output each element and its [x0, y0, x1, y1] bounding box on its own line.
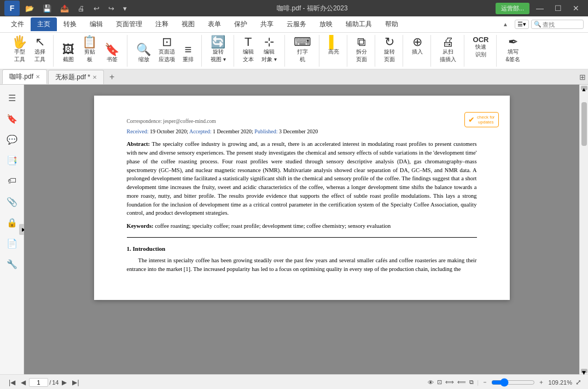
keywords-label: Keywords: — [127, 223, 154, 229]
intro-paragraph: The interest in specialty coffee has bee… — [127, 256, 477, 274]
tab-convert[interactable]: 转换 — [57, 17, 83, 31]
window-title: 咖啡.pdf - 福昕办公2023 — [277, 4, 347, 13]
reflow-button[interactable]: ≡ 重排 — [179, 43, 197, 64]
split-page-button[interactable]: ⧉ 拆分页面 — [353, 35, 370, 64]
sidebar-icon-attach[interactable]: 📎 — [3, 193, 21, 210]
sidebar-icon-layers[interactable]: 📑 — [3, 151, 21, 169]
from-scan-button[interactable]: 🖨 从扫描插入 — [436, 35, 459, 64]
highlight-button[interactable]: ▌ 高亮 — [325, 35, 342, 57]
undo-icon[interactable]: ↩ — [91, 3, 102, 14]
dropdown-icon[interactable]: ▾ — [121, 3, 129, 14]
sidebar-icon-tag[interactable]: 🏷 — [3, 172, 21, 190]
tab-cloud[interactable]: 云服务 — [280, 17, 313, 31]
tab-annotate[interactable]: 注释 — [149, 17, 175, 31]
doc-tab-untitled[interactable]: 无标题.pdf * ✕ — [48, 70, 104, 84]
fit-page-status-icon[interactable]: ⊡ — [437, 379, 442, 386]
search-input[interactable] — [543, 21, 581, 28]
screenshot-button[interactable]: 🖼 截图 — [59, 43, 78, 64]
doc-tab-coffee[interactable]: 咖啡.pdf ✕ — [2, 69, 47, 84]
fullscreen-button[interactable]: ⤢ — [575, 378, 581, 386]
split-page-icon: ⧉ — [357, 36, 366, 48]
fit-page-button[interactable]: ⊡ 页面适应选项 — [155, 35, 178, 64]
tab-view[interactable]: 视图 — [175, 17, 201, 31]
pin-button[interactable]: ⊞ — [579, 73, 586, 81]
left-sidebar: ☰ 🔖 💬 📑 🏷 📎 🔒 📄 🔧 ▶ — [0, 85, 24, 374]
ribbon-group-rotate-page: ↻ 旋转页面 — [376, 35, 403, 67]
insert-button[interactable]: ⊕ 插入 — [409, 35, 426, 57]
ribbon-group-typewriter: ⌨ 打字机 — [286, 35, 319, 67]
typewriter-button[interactable]: ⌨ 打字机 — [290, 35, 315, 64]
tab-share[interactable]: 共享 — [254, 17, 280, 31]
minimize-button[interactable]: ― — [532, 2, 548, 15]
account-button[interactable]: 运营部... — [496, 3, 529, 14]
print-icon[interactable]: 🖨 — [75, 3, 87, 14]
view-mode-icon[interactable]: 👁 — [428, 379, 434, 386]
sidebar-icon-hand[interactable]: ☰ — [3, 89, 21, 107]
last-page-button[interactable]: ▶| — [70, 378, 81, 387]
reflow-icon: ≡ — [185, 44, 192, 56]
save-icon[interactable]: 💾 — [40, 3, 54, 14]
rotate-view-button[interactable]: 🔄 旋转视图 ▾ — [207, 35, 229, 64]
zoom-button[interactable]: 🔍 缩放 — [133, 43, 154, 64]
edit-object-button[interactable]: ⊹ 编辑对象 ▾ — [258, 35, 280, 64]
zoom-slider[interactable] — [491, 378, 535, 387]
pdf-area[interactable]: ✔ check forupdates Correspondence: jespe… — [24, 85, 579, 374]
ribbon-items-tools: 🖐 手型工具 ↖ 选择工具 — [9, 35, 49, 64]
ribbon-group-rotate: 🔄 旋转视图 ▾ — [203, 35, 234, 67]
typewriter-icon: ⌨ — [294, 36, 311, 48]
tab-page-manage[interactable]: 页面管理 — [109, 17, 149, 31]
tab-edit[interactable]: 编辑 — [83, 17, 109, 31]
open-icon[interactable]: 📂 — [23, 3, 36, 14]
clipboard-button[interactable]: 📋 剪贴板 — [79, 35, 100, 64]
tab-protect[interactable]: 保护 — [228, 17, 254, 31]
scrollbar-track[interactable] — [581, 91, 587, 368]
export-icon[interactable]: 📤 — [58, 3, 71, 14]
maximize-button[interactable]: ☐ — [550, 2, 566, 15]
bookmark-button[interactable]: 🔖 书签 — [101, 43, 123, 64]
scrollbar-thumb[interactable] — [581, 102, 587, 146]
hand-tool-button[interactable]: 🖐 手型工具 — [9, 35, 30, 64]
tab-file[interactable]: 文件 — [4, 17, 31, 31]
app-logo: F — [4, 1, 20, 16]
title-bar: F 📂 💾 📤 🖨 ↩ ↪ ▾ 咖啡.pdf - 福昕办公2023 运营部...… — [0, 0, 588, 16]
bookmark-icon: 🔖 — [104, 44, 119, 56]
zoom-percent: 109.21% — [548, 379, 572, 386]
next-page-button[interactable]: ▶ — [60, 378, 69, 387]
edit-text-button[interactable]: T 编辑文本 — [240, 35, 257, 64]
ribbon-collapse-button[interactable]: ▲ — [500, 20, 510, 28]
page-number-input[interactable] — [29, 378, 48, 387]
redo-icon[interactable]: ↪ — [106, 3, 117, 14]
fit-width-status-icon[interactable]: ⟺ — [445, 379, 454, 386]
tab-form[interactable]: 表单 — [201, 17, 228, 31]
new-tab-button[interactable]: + — [105, 70, 119, 84]
fill-sign-button[interactable]: ✒ 填写&签名 — [502, 35, 523, 64]
prev-page-button[interactable]: ◀ — [19, 378, 28, 387]
hand-icon: 🖐 — [12, 36, 27, 48]
tab-assist[interactable]: 辅助工具 — [339, 17, 379, 31]
zoom-in-button[interactable]: ＋ — [538, 378, 544, 386]
edit-object-icon: ⊹ — [264, 36, 274, 48]
tab-home[interactable]: 主页 — [31, 17, 57, 31]
sidebar-icon-bookmark[interactable]: 🔖 — [3, 110, 21, 127]
close-button[interactable]: ✕ — [568, 2, 584, 15]
edit-text-label: 编辑文本 — [243, 48, 254, 63]
scroll-up-button[interactable]: ▲ — [581, 86, 587, 90]
select-tool-button[interactable]: ↖ 选择工具 — [31, 35, 49, 64]
doc-tab-coffee-close[interactable]: ✕ — [36, 74, 40, 80]
sidebar-icon-lock[interactable]: 🔒 — [3, 214, 21, 231]
rotate-page-button[interactable]: ↻ 旋转页面 — [381, 35, 398, 64]
sidebar-icon-tools[interactable]: 🔧 — [3, 255, 21, 273]
spread-icon[interactable]: ⧉ — [469, 379, 474, 386]
fit-height-status-icon[interactable]: ⟸ — [457, 379, 466, 386]
tab-present[interactable]: 放映 — [313, 17, 339, 31]
sidebar-icon-page[interactable]: 📄 — [3, 234, 21, 252]
doc-tab-untitled-label: 无标题.pdf * — [55, 73, 90, 82]
ocr-button[interactable]: OCR 快速识别 — [470, 35, 492, 60]
sidebar-icon-comment[interactable]: 💬 — [3, 131, 21, 148]
pdf-content: Correspondence: jesper@coffee-mind.com R… — [127, 117, 477, 274]
tab-help[interactable]: 帮助 — [379, 17, 405, 31]
zoom-out-button[interactable]: － — [482, 378, 488, 386]
first-page-button[interactable]: |◀ — [7, 378, 18, 387]
scroll-down-button[interactable]: ▼ — [581, 369, 587, 373]
doc-tab-untitled-close[interactable]: ✕ — [92, 74, 97, 80]
